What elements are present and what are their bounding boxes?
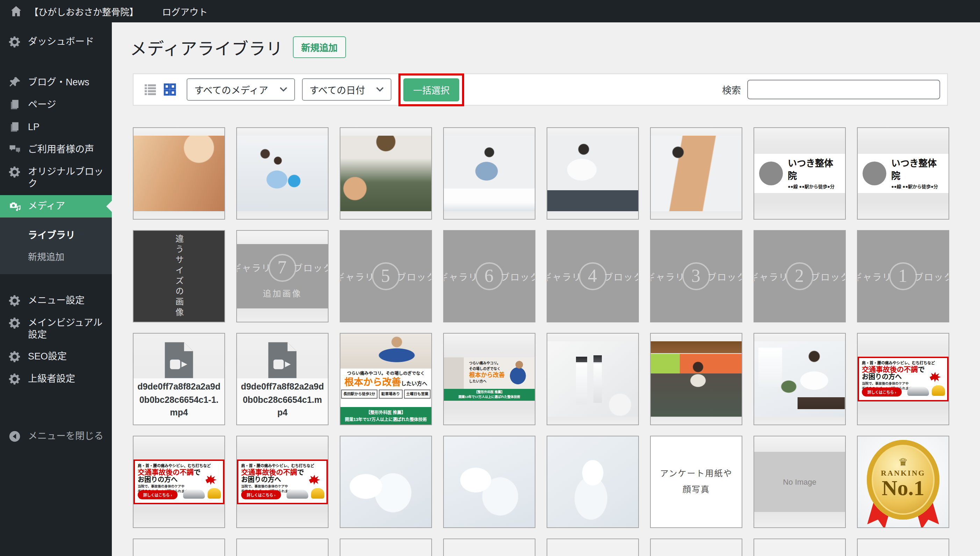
sidebar-item-seo-settings[interactable]: SEO設定 [0, 346, 112, 368]
submenu-item-add-new[interactable]: 新規追加 [0, 245, 112, 267]
media-tile-gallery-block-5[interactable]: ギャラリ5ブロック [340, 230, 432, 322]
gallery-block: ギャラリ4ブロック [547, 231, 638, 322]
media-tile-video-file[interactable]: d9de0ff7a8f82a2a9d0b0bc28c6654c1.mp4 [236, 333, 329, 425]
site-name-link[interactable]: 【ひがしおおさか整骨院】 [29, 5, 139, 18]
sidebar-item-advanced-settings[interactable]: 上級者設定 [0, 368, 112, 390]
media-tile-gallery-block-1[interactable]: ギャラリ1ブロック [857, 230, 949, 322]
banner-desc1: 当院で、事故後の身体のケアや [138, 485, 185, 488]
gallery-prefix: ギャラリ [754, 270, 788, 283]
gallery-block: ギャラリ2ブロック [754, 231, 845, 322]
gallery-block: ギャラリ5ブロック [340, 231, 431, 322]
submenu-item-library[interactable]: ライブラリ [0, 223, 112, 245]
media-tile-different-size-image[interactable]: 違うサイズの画像 [133, 230, 225, 322]
chevron-down-icon [279, 87, 287, 92]
annotation-highlight-box: 一括選択 [398, 73, 464, 106]
search-input[interactable] [747, 80, 940, 99]
media-tile-photo-leg-massage[interactable] [650, 127, 742, 220]
gallery-suffix: ブロック [604, 270, 639, 283]
banner-chip: 土曜日も営業 [404, 390, 431, 399]
media-tile-partially-visible[interactable] [443, 538, 535, 556]
gallery-number: 1 [889, 262, 917, 290]
sidebar-item-main-visual-settings[interactable]: メインビジュアル設定 [0, 312, 112, 346]
bulk-select-button[interactable]: 一括選択 [403, 78, 459, 101]
date-filter-select[interactable]: すべての日付 [301, 78, 392, 101]
sidebar-item-label: メディア [28, 200, 65, 212]
gallery-number: 5 [372, 262, 400, 290]
media-tile-gallery-block-3[interactable]: ギャラリ3ブロック [650, 230, 742, 322]
list-view-button[interactable] [143, 82, 158, 97]
sidebar-item-lp[interactable]: LP [0, 116, 112, 139]
media-type-filter-select[interactable]: すべてのメディア [187, 78, 295, 101]
clinic-name: いつき整体院 [788, 157, 840, 183]
pin-icon [8, 76, 21, 89]
logout-link[interactable]: ログアウト [162, 5, 208, 18]
media-tile-accident-banner[interactable]: 肩・首・腰の痛みやシビレ、むち打ちなど 交通事故後の不調で お困りの方へ 当院で… [236, 436, 329, 528]
home-icon[interactable] [10, 5, 23, 18]
media-tile-photo-towels[interactable] [443, 436, 535, 528]
banner-top-line: つらい痛みやコリ。その場しのぎでなく [340, 370, 431, 376]
sidebar-item-menu-settings[interactable]: メニュー設定 [0, 289, 112, 312]
media-tile-itsuki-logo-banner[interactable]: いつき整体院 ●●線 ●●駅から徒歩●分 [857, 127, 949, 220]
media-tile-kaizen-square-banner[interactable]: つらい痛みやコリ。その場しのぎでなく 根本から改善したい方へ 長田駅から徒歩1分… [340, 333, 432, 425]
media-tile-photo-arm-raise-therapy[interactable] [236, 127, 329, 220]
crash-icon [308, 474, 322, 485]
media-tile-partially-visible[interactable] [546, 538, 639, 556]
media-tile-gallery-block-7[interactable]: ギャラリ7ブロック 追加画像 [236, 230, 329, 322]
gallery-prefix: ギャラリ [857, 270, 892, 283]
gear-icon [8, 373, 21, 385]
collapse-menu-button[interactable]: メニューを閉じる [0, 425, 112, 448]
media-tile-photo-towels[interactable] [340, 436, 432, 528]
media-tile-accident-banner[interactable]: 肩・首・腰の痛みやシビレ、むち打ちなど 交通事故後の不調で お困りの方へ 当院で… [857, 333, 949, 425]
sidebar-item-pages[interactable]: ページ [0, 94, 112, 116]
gallery-suffix: ブロック [811, 270, 846, 283]
media-tile-video-file[interactable]: d9de0ff7a8f82a2a9d0b0bc28c6654c1-1.mp4 [133, 333, 225, 425]
media-tile-photo-clinic-staff[interactable] [754, 333, 846, 425]
sidebar-item-label: オリジナルブロック [28, 166, 103, 190]
media-tile-partially-visible[interactable] [340, 538, 432, 556]
media-tile-partially-visible[interactable] [857, 538, 949, 556]
sidebar-item-testimonials[interactable]: ご利用者様の声 [0, 139, 112, 161]
media-tile-gallery-block-6[interactable]: ギャラリ6ブロック [443, 230, 535, 322]
yellow-car-graphic [932, 385, 945, 396]
gallery-number: 7 [268, 254, 297, 281]
media-tile-photo-towels[interactable] [546, 436, 639, 528]
media-tile-survey-placeholder[interactable]: アンケート用紙や 顔写真 [650, 436, 742, 528]
media-tile-photo-table-stretch[interactable] [443, 127, 535, 220]
sidebar-item-original-block[interactable]: オリジナルブロック [0, 161, 112, 195]
media-tile-partially-visible[interactable] [133, 538, 225, 556]
banner-desc1: 当院で、事故後の身体のケアや [862, 382, 909, 385]
gallery-block: ギャラリ3ブロック [651, 231, 741, 322]
survey-line1: アンケート用紙や [660, 466, 732, 482]
wordpress-admin-page: 【ひがしおおさか整骨院】 ログアウト ダッシュボード ブログ・News ページ … [0, 0, 980, 556]
photo-towels [444, 436, 535, 527]
media-tile-itsuki-logo-banner[interactable]: いつき整体院 ●●線 ●●駅から徒歩●分 [754, 127, 846, 220]
banner-suffix: で [297, 469, 304, 476]
add-new-button[interactable]: 新規追加 [293, 36, 346, 58]
photo-towels [547, 436, 638, 527]
media-tile-partially-visible[interactable] [650, 538, 742, 556]
sidebar-item-dashboard[interactable]: ダッシュボード [0, 31, 112, 53]
media-tile-accident-banner[interactable]: 肩・首・腰の痛みやシビレ、むち打ちなど 交通事故後の不調で お困りの方へ 当院で… [133, 436, 225, 528]
collapse-icon [8, 430, 21, 443]
media-tile-no-image[interactable]: No Image [754, 436, 846, 528]
banner-red-text: 交通事故後の不調 [138, 469, 193, 476]
media-tile-gallery-block-2[interactable]: ギャラリ2ブロック [754, 230, 846, 322]
silver-car-graphic [183, 490, 205, 499]
sidebar-item-blog-news[interactable]: ブログ・News [0, 71, 112, 94]
media-tile-partially-visible[interactable] [754, 538, 846, 556]
media-tile-partially-visible[interactable] [236, 538, 329, 556]
grid-view-button[interactable] [162, 82, 177, 97]
sidebar-item-label: ブログ・News [28, 76, 89, 89]
media-tile-gallery-block-4[interactable]: ギャラリ4ブロック [546, 230, 639, 322]
gallery-extra-label: 追加画像 [263, 286, 302, 299]
media-tile-kaizen-wide-banner[interactable]: つらい痛みやコリ。 その場しのぎでなく 根本から改善 したい方へ 【整形外科医 … [443, 333, 535, 425]
media-tile-photo-water-cooler[interactable] [546, 333, 639, 425]
date-filter-value: すべての日付 [309, 82, 365, 97]
itsuki-banner: いつき整体院 ●●線 ●●駅から徒歩●分 [754, 154, 845, 193]
media-tile-photo-back-massage[interactable] [133, 127, 225, 220]
media-tile-ranking-badge[interactable]: ♛ RANKING No.1 [857, 436, 949, 528]
sidebar-item-media[interactable]: メディア [0, 195, 112, 217]
media-tile-photo-kids-play-area[interactable] [650, 333, 742, 425]
media-tile-photo-doctor-treatment[interactable] [546, 127, 639, 220]
media-tile-photo-shoulder-treatment[interactable] [340, 127, 432, 220]
